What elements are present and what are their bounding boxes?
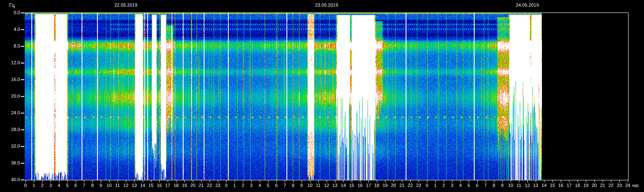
y-tick-label: 0.0 [1,10,20,15]
x-tick-label: 14 [539,183,549,188]
x-tick-label: 21 [197,183,206,188]
x-tick-label: 7 [481,183,490,188]
x-tick-label: 2 [439,183,448,188]
x-tick-label: 22 [406,183,415,188]
x-tick-label: 2 [238,183,248,188]
x-tick-label: 1 [431,183,440,188]
x-tick-label: 22 [205,183,214,188]
x-tick-label: 15 [548,183,557,188]
x-tick-label: 10 [305,183,314,188]
x-tick-label: 7 [280,183,289,188]
x-tick-label: 14 [339,183,348,188]
x-tick-label: 7 [79,183,89,188]
x-tick-label: 6 [473,183,482,188]
x-tick-label: 10 [105,183,114,188]
x-tick-label: 2 [38,183,47,188]
x-tick-label: 11 [314,183,323,188]
x-tick-label: 3 [247,183,256,188]
x-tick-label: 4 [54,183,64,188]
x-tick-label: 20 [590,183,599,188]
x-tick-label: 10 [506,183,515,188]
y-tick-label: 28.0 [1,127,20,132]
x-tick-label: 13 [330,183,340,188]
x-tick-label: 16 [556,183,565,188]
x-tick-label: 22 [606,183,616,188]
x-tick-label: 3 [46,183,55,188]
x-tick-label: 23 [615,183,624,188]
spectrogram-figure: Гц 0.04.08.012.016.020.024.028.032.036.0… [0,0,644,192]
x-tick-label: 23 [213,183,222,188]
x-tick-label: 17 [364,183,373,188]
x-tick-label: 21 [598,183,607,188]
y-tick-label: 32.0 [1,144,20,149]
x-axis-unit-label: час [632,183,639,188]
x-tick-label: 0 [21,183,30,188]
x-tick-label: 9 [96,183,105,188]
x-tick-label: 0 [222,183,231,188]
date-label: 23.05.2019 [308,2,345,8]
x-tick-label: 11 [113,183,122,188]
y-tick-label: 40.0 [1,177,20,182]
date-label: 22.05.2019 [107,2,145,8]
x-tick-label: 19 [180,183,189,188]
y-tick-label: 8.0 [1,43,20,49]
x-tick-label: 5 [263,183,273,188]
x-tick-label: 11 [514,183,524,188]
x-tick-label: 19 [581,183,590,188]
x-tick-label: 4 [255,183,264,188]
x-tick-label: 16 [155,183,164,188]
x-tick-label: 20 [188,183,197,188]
x-tick-label: 12 [523,183,532,188]
x-tick-label: 1 [29,183,38,188]
x-tick-label: 1 [230,183,239,188]
x-tick-label: 6 [272,183,281,188]
x-tick-label: 24 [623,183,632,188]
x-tick-label: 17 [565,183,574,188]
x-tick-label: 13 [130,183,139,188]
y-tick-label: 36.0 [1,160,20,166]
x-tick-label: 5 [63,183,72,188]
x-tick-label: 0 [422,183,432,188]
x-tick-label: 8 [289,183,298,188]
y-tick-label: 16.0 [1,77,20,82]
x-tick-label: 15 [347,183,356,188]
y-tick-label: 20.0 [1,93,20,99]
x-tick-label: 21 [397,183,406,188]
x-tick-label: 15 [146,183,156,188]
date-label: 24.05.2019 [509,2,546,8]
x-tick-label: 18 [171,183,181,188]
x-tick-label: 9 [498,183,507,188]
x-tick-label: 12 [121,183,130,188]
x-tick-label: 18 [573,183,582,188]
x-tick-label: 19 [381,183,390,188]
y-tick-label: 4.0 [1,27,20,32]
spectrogram-canvas [0,0,644,192]
x-tick-label: 17 [163,183,172,188]
x-tick-label: 16 [355,183,365,188]
x-tick-label: 23 [414,183,423,188]
x-tick-label: 20 [389,183,398,188]
x-tick-label: 12 [322,183,331,188]
x-tick-label: 9 [297,183,306,188]
y-tick-label: 12.0 [1,60,20,66]
x-tick-label: 8 [489,183,498,188]
x-tick-label: 4 [456,183,465,188]
x-tick-label: 18 [372,183,381,188]
y-tick-label: 24.0 [1,110,20,116]
x-tick-label: 5 [464,183,473,188]
x-tick-label: 13 [531,183,540,188]
x-tick-label: 3 [447,183,457,188]
x-tick-label: 6 [71,183,80,188]
y-axis-unit-label: Гц [9,3,15,8]
x-tick-label: 8 [88,183,97,188]
x-tick-label: 14 [138,183,147,188]
